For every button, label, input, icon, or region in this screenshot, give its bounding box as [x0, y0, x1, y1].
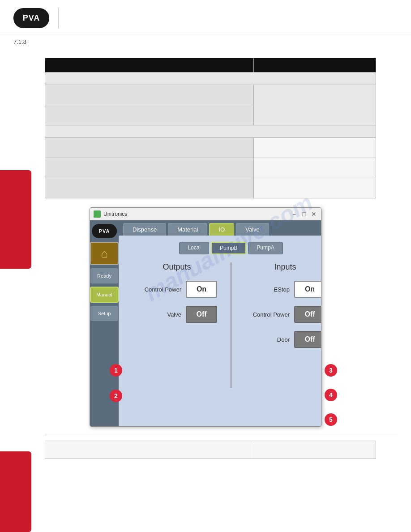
callout-badge-3: 3	[325, 364, 337, 377]
inputs-title: Inputs	[245, 262, 321, 272]
outputs-panel: Outputs Control Power On Valve Off	[128, 262, 226, 388]
output-row-control-power: Control Power On	[137, 281, 217, 298]
maximize-button[interactable]: □	[300, 210, 308, 218]
badge-label: 4	[329, 391, 333, 399]
title-bar: Unitronics − □ ✕	[90, 208, 321, 220]
close-button[interactable]: ✕	[310, 210, 317, 218]
badge-label: 3	[329, 367, 333, 374]
callout-badge-2: 2	[110, 390, 122, 402]
outputs-title: Outputs	[137, 262, 217, 272]
input-door-value: Off	[304, 335, 315, 343]
sidebar-item-manual[interactable]: Manual	[90, 287, 119, 303]
sub-tab-pumpb-label: PumpB	[220, 245, 237, 251]
sub-tab-pumpa[interactable]: PumpA	[248, 242, 283, 254]
input-estop-label: EStop	[245, 286, 290, 293]
output-control-power-btn[interactable]: On	[186, 281, 217, 298]
output-valve-btn[interactable]: Off	[186, 306, 217, 323]
io-panels: Outputs Control Power On Valve Off	[128, 262, 321, 388]
table-cell-value	[253, 138, 376, 158]
table-cell-label	[45, 85, 254, 105]
sidebar-item-ready[interactable]: Ready	[90, 268, 119, 284]
sub-tab-bar: Local PumpB PumpA	[128, 242, 321, 254]
title-bar-controls[interactable]: − □ ✕	[291, 210, 317, 218]
version-label: 7.1.8	[0, 33, 411, 49]
app-content: PVA ⌂ Ready Manual Setup	[90, 220, 321, 426]
sidebar-ready-label: Ready	[97, 273, 111, 279]
table-cell-value	[253, 178, 376, 198]
io-content: Local PumpB PumpA Outputs	[119, 236, 321, 415]
badge-label: 1	[114, 367, 118, 374]
callout-badge-1: 1	[110, 364, 122, 377]
table-cell-value	[253, 85, 376, 125]
table-cell-label	[45, 138, 254, 158]
badge-label: 5	[329, 416, 333, 423]
input-control-power-label: Control Power	[245, 311, 290, 318]
sub-tab-pumpa-label: PumpA	[257, 245, 274, 251]
bottom-table	[45, 441, 376, 459]
callout-badge-5: 5	[325, 413, 337, 426]
header: PVA	[0, 0, 411, 33]
bottom-cell-1	[45, 441, 251, 459]
sub-tab-local-label: Local	[188, 245, 201, 251]
table-header-col2	[253, 58, 376, 73]
table-cell-value	[253, 158, 376, 178]
output-valve-label: Valve	[137, 311, 181, 318]
input-control-power-value: Off	[304, 310, 315, 318]
input-door-btn[interactable]: Off	[294, 331, 321, 348]
tab-io[interactable]: IO	[209, 223, 234, 236]
table-cell-label	[45, 105, 254, 125]
red-accent-bottom	[0, 451, 31, 532]
app-title: Unitronics	[103, 211, 127, 217]
tab-valve-label: Valve	[245, 226, 260, 233]
input-door-label: Door	[245, 336, 290, 343]
app-main: Dispense Material IO Valve	[119, 220, 321, 426]
sidebar-logo-text: PVA	[99, 228, 110, 234]
table-row	[45, 125, 376, 138]
output-row-valve: Valve Off	[137, 306, 217, 323]
table-header-col1	[45, 58, 254, 73]
title-bar-left: Unitronics	[94, 210, 127, 218]
red-accent-left	[0, 170, 31, 269]
table-cell-label	[45, 158, 254, 178]
input-estop-btn[interactable]: On	[294, 281, 321, 298]
badge-label: 2	[114, 392, 118, 399]
version-number: 7.1.8	[13, 39, 26, 45]
tab-dispense-label: Dispense	[133, 226, 157, 233]
sidebar-setup-label: Setup	[98, 311, 111, 316]
app-window: Unitronics − □ ✕ PVA ⌂ Ready	[90, 207, 321, 427]
sidebar-manual-label: Manual	[96, 292, 112, 297]
input-row-door: Door Off	[245, 331, 321, 348]
minimize-button[interactable]: −	[291, 210, 298, 218]
sub-tab-local[interactable]: Local	[179, 242, 209, 254]
output-control-power-value: On	[197, 285, 206, 293]
input-estop-value: On	[305, 285, 315, 293]
logo-text: PVA	[23, 13, 40, 23]
io-vertical-divider	[231, 262, 231, 388]
output-valve-value: Off	[196, 310, 206, 318]
top-table-section	[45, 58, 398, 198]
tab-dispense[interactable]: Dispense	[123, 223, 166, 236]
tab-io-label: IO	[218, 226, 225, 233]
input-control-power-btn[interactable]: Off	[294, 306, 321, 323]
tab-material-label: Material	[177, 226, 198, 233]
bottom-cell-2	[251, 441, 376, 459]
table-cell-label	[45, 178, 254, 198]
bottom-section	[45, 436, 398, 459]
callout-badge-4: 4	[325, 389, 337, 401]
sub-tab-pumpb[interactable]: PumpB	[211, 242, 246, 254]
pva-logo: PVA	[13, 8, 49, 28]
home-icon: ⌂	[101, 247, 108, 261]
sidebar-item-setup[interactable]: Setup	[90, 305, 119, 322]
input-row-estop: EStop On	[245, 281, 321, 298]
sidebar-pva-logo: PVA	[92, 224, 117, 238]
tab-bar: Dispense Material IO Valve	[119, 220, 321, 236]
header-divider	[58, 8, 59, 28]
output-control-power-label: Control Power	[137, 286, 181, 293]
home-button[interactable]: ⌂	[90, 242, 119, 265]
tab-material[interactable]: Material	[168, 223, 207, 236]
app-icon	[94, 210, 101, 218]
inputs-panel: Inputs EStop On Control Power Off	[236, 262, 321, 388]
app-window-wrapper: manualmive.com 1 2 3 4 5 Unitronics − □ …	[45, 207, 366, 427]
table-row	[45, 73, 376, 85]
tab-valve[interactable]: Valve	[236, 223, 269, 236]
